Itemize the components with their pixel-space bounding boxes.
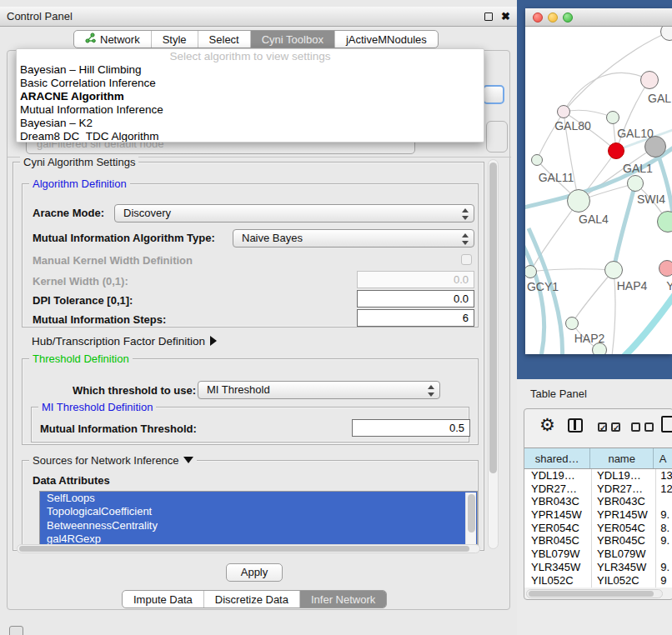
kernel-width-field: 0.0: [357, 271, 474, 288]
tab-impute-data[interactable]: Impute Data: [123, 591, 203, 608]
table-row[interactable]: YBR045CYBR045C9.: [524, 534, 672, 548]
float-window-icon[interactable]: [484, 12, 493, 21]
tab-cyni-toolbox[interactable]: Cyni Toolbox: [250, 31, 334, 48]
tab-network[interactable]: Network: [74, 31, 151, 48]
data-attributes-list[interactable]: SelfLoopsTopologicalCoefficientBetweenne…: [39, 491, 478, 545]
deselect-all-checkbox-icon[interactable]: [631, 422, 640, 432]
table-row[interactable]: YDL19…YDL19…13: [524, 469, 672, 482]
network-node[interactable]: [567, 189, 590, 212]
minimize-traffic-light-icon[interactable]: [548, 12, 558, 22]
table-panel-region: Table Panel ⚙ ✓ ✓ shared…nameA YDL19…YDL…: [517, 379, 672, 635]
control-panel-body: galFiltered sif default node Select algo…: [7, 50, 510, 610]
table-cell: 12: [654, 482, 672, 496]
table-cell: 9: [654, 574, 672, 588]
network-node[interactable]: [565, 317, 579, 330]
hub-definition-toggle[interactable]: Hub/Transcription Factor Definition: [32, 335, 217, 348]
collapsed-panel-icon[interactable]: [9, 626, 23, 635]
sources-title[interactable]: Sources for Network Inference: [29, 454, 197, 467]
aracne-mode-combo[interactable]: Discovery: [114, 204, 474, 222]
mi-steps-field[interactable]: 6: [357, 309, 474, 327]
mi-steps-label: Mutual Information Steps:: [33, 313, 166, 326]
table-cell: YBR045C: [590, 534, 654, 548]
deselect-all-checkbox-icon[interactable]: [644, 422, 654, 432]
tab-discretize-data[interactable]: Discretize Data: [203, 591, 299, 608]
close-icon[interactable]: ✖: [501, 12, 510, 21]
dropdown-item[interactable]: Dream8 DC_TDC Algorithm: [17, 130, 484, 142]
attribute-items: SelfLoopsTopologicalCoefficientBetweenne…: [40, 492, 477, 545]
table-cell: YBL079W: [590, 548, 654, 561]
settings-vscroll-thumb[interactable]: [489, 162, 497, 473]
table-cell: YDL19…: [524, 469, 590, 482]
zoom-traffic-light-icon[interactable]: [563, 12, 573, 22]
table-row[interactable]: YBL079WYBL079W: [524, 548, 672, 561]
column-header[interactable]: name: [590, 448, 654, 468]
tab-infer-network[interactable]: Infer Network: [299, 591, 386, 608]
threshold-definition-group: Threshold Definition Which threshold to …: [22, 358, 479, 445]
table-row[interactable]: YPR145WYPR145W9.: [524, 508, 672, 522]
table-hscroll-thumb[interactable]: [529, 591, 654, 597]
dropdown-item[interactable]: Basic Correlation Inference: [17, 77, 484, 90]
table-row[interactable]: YDR27…YDR27…12: [524, 482, 672, 496]
table-cell: 13: [654, 469, 672, 482]
attribute-item[interactable]: SelfLoops: [40, 492, 477, 505]
table-horizontal-scrollbar[interactable]: [526, 589, 663, 598]
network-node[interactable]: [640, 71, 659, 89]
dropdown-item[interactable]: Bayesian – K2: [17, 117, 484, 130]
sources-title-label: Sources for Network Inference: [33, 454, 179, 467]
mi-type-combo[interactable]: Naive Bayes: [233, 229, 474, 248]
dpi-tolerance-field[interactable]: 0.0: [357, 290, 474, 308]
table-row[interactable]: YIL052CYIL052C9: [524, 574, 672, 588]
column-header[interactable]: A: [654, 448, 672, 468]
attribute-item[interactable]: gal4RGexp: [40, 532, 477, 545]
table-row[interactable]: YBR043CYBR043C: [524, 495, 672, 508]
network-node[interactable]: [531, 154, 543, 166]
manual-kernel-checkbox[interactable]: [461, 254, 472, 265]
tab-style[interactable]: Style: [151, 31, 198, 48]
column-header[interactable]: shared…: [524, 448, 590, 468]
expand-down-icon: [183, 457, 193, 463]
network-node[interactable]: [604, 261, 623, 279]
network-node[interactable]: [659, 260, 672, 277]
select-all-checkbox-icon[interactable]: ✓: [611, 422, 620, 432]
export-table-icon[interactable]: [661, 416, 672, 432]
settings-horizontal-scrollbar[interactable]: [17, 544, 480, 553]
combo-arrows-icon: [461, 208, 469, 221]
tab-jactivemnodules[interactable]: jActiveMNodules: [334, 31, 438, 48]
apply-button[interactable]: Apply: [226, 563, 283, 582]
network-node[interactable]: [606, 111, 619, 124]
close-traffic-light-icon[interactable]: [533, 12, 543, 22]
gear-icon[interactable]: ⚙: [539, 416, 555, 434]
mi-threshold-group-title: MI Threshold Definition: [38, 401, 156, 413]
table-cell: YDL19…: [590, 469, 654, 482]
network-node-label: HAP2: [574, 332, 605, 345]
mi-threshold-group: MI Threshold Definition Mutual Informati…: [31, 407, 469, 442]
attributes-scrollbar-thumb[interactable]: [468, 494, 475, 532]
network-node[interactable]: [627, 175, 644, 192]
columns-icon[interactable]: [568, 418, 583, 432]
tab-select[interactable]: Select: [198, 31, 250, 48]
mi-threshold-field[interactable]: 0.5: [352, 419, 470, 437]
attributes-scrollbar[interactable]: [465, 492, 476, 545]
table-header: shared…nameA: [524, 448, 672, 469]
attribute-item[interactable]: TopologicalCoefficient: [40, 505, 477, 518]
table-cell: 9.: [654, 534, 672, 548]
settings-hscroll-thumb[interactable]: [19, 546, 469, 552]
network-node-label: SWI4: [637, 192, 665, 206]
dropdown-item[interactable]: Bayesian – Hill Climbing: [17, 63, 484, 77]
table-row[interactable]: YLR345WYLR345W9.: [524, 561, 672, 574]
network-view-window[interactable]: GALGAL80GAL10GAL1GAL11GAL4SWI4GCY1HAP4YH…: [525, 8, 672, 354]
network-icon: [85, 32, 100, 46]
settings-vertical-scrollbar[interactable]: [488, 159, 499, 549]
network-canvas[interactable]: GALGAL80GAL10GAL1GAL11GAL4SWI4GCY1HAP4YH…: [525, 27, 672, 354]
which-threshold-combo[interactable]: MI Threshold: [198, 381, 440, 399]
table-row[interactable]: YER054CYER054C8.: [524, 522, 672, 535]
dropdown-item[interactable]: ARACNE Algorithm: [17, 90, 484, 103]
table-cell: YPR145W: [524, 508, 590, 522]
dropdown-item[interactable]: Mutual Information Inference: [17, 103, 484, 117]
network-node[interactable]: [557, 105, 570, 118]
attribute-item[interactable]: BetweennessCentrality: [40, 519, 477, 532]
select-all-checkbox-icon[interactable]: ✓: [598, 422, 607, 432]
network-node[interactable]: [608, 142, 624, 159]
network-node-label: GAL11: [539, 171, 574, 184]
control-panel-tabs: NetworkStyleSelectCyni ToolboxjActiveMNo…: [73, 30, 439, 48]
